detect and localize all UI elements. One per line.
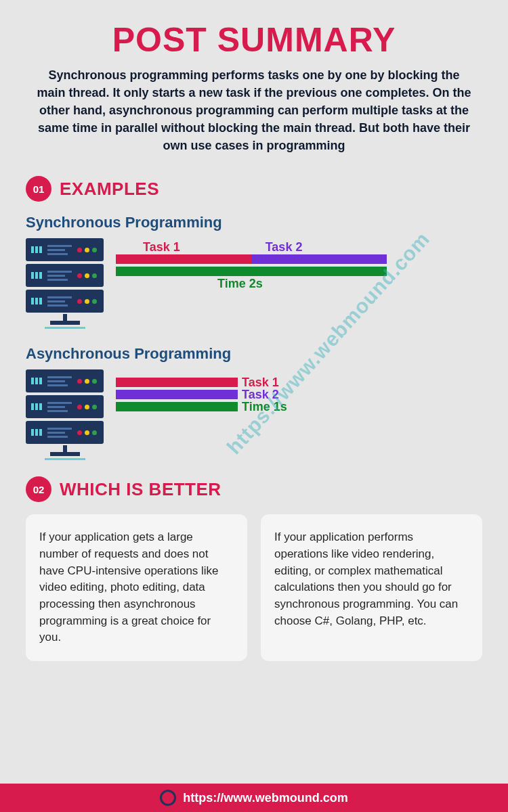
summary-text: Synchronous programming performs tasks o… [26,66,482,154]
sync-time-label: Time 2s [217,277,263,291]
box-async-usecase: If your application gets a large number … [26,514,247,660]
async-task2-bar [116,390,238,399]
server-stack-icon [26,238,104,313]
section-examples-title: EXAMPLES [60,179,159,200]
async-diagram: Task 1 Task 2 Time 1s [26,369,482,457]
sync-diagram: Task 1 Task 2 Time 2s [26,238,482,326]
async-time-label: Time 1s [242,400,287,414]
server-stand-icon [26,314,104,326]
async-task1-bar [116,378,238,387]
box-sync-usecase: If your application performs operations … [261,514,482,660]
server-stack-icon [26,369,104,444]
footer-bar: https://www.webmound.com [0,784,508,812]
section-which-title: WHICH IS BETTER [60,479,221,500]
sync-time-bar [116,267,387,276]
async-time-bar [116,402,238,411]
server-stand-icon [26,445,104,457]
sync-task2-bar [251,254,387,264]
footer-url: https://www.webmound.com [183,791,347,805]
badge-02: 02 [26,476,51,502]
sync-task2-label: Task 2 [266,240,303,254]
sync-heading: Synchronous Programming [26,214,482,231]
sync-task1-bar [116,254,251,264]
sync-task1-label: Task 1 [143,240,180,254]
page-title: POST SUMMARY [26,20,482,60]
section-examples-header: 01 EXAMPLES [26,176,482,202]
section-which-header: 02 WHICH IS BETTER [26,476,482,502]
async-heading: Asynchronous Programming [26,345,482,363]
logo-icon [160,790,176,806]
badge-01: 01 [26,176,51,202]
